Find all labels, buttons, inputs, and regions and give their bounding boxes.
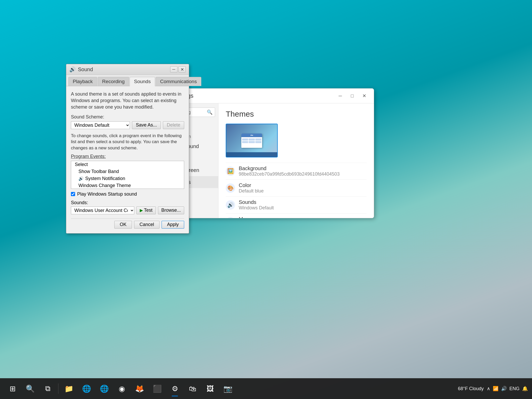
sound-dialog-close[interactable]: ✕ — [178, 66, 186, 72]
sounds-select[interactable]: Windows User Account Control... — [71, 207, 134, 214]
sound-dialog-title: 🔊 Sound — [69, 66, 93, 72]
theme-preview-grid — [242, 138, 261, 143]
settings-win-controls: ─ □ ✕ — [334, 91, 370, 101]
sound-dialog: 🔊 Sound ─ ✕ Playback Recording Sounds Co… — [66, 64, 189, 234]
sound-dialog-titlebar: 🔊 Sound ─ ✕ — [66, 64, 189, 75]
play-startup-row: Play Windows Startup sound — [71, 191, 184, 197]
color-value: Default blue — [239, 188, 367, 194]
taskbar-edge[interactable]: 🌐 — [78, 380, 95, 397]
tab-communications[interactable]: Communications — [156, 77, 201, 86]
taskbar-camera[interactable]: 📷 — [220, 380, 236, 397]
mouse-cursor-text: Mouse cursor Windows Aero — [239, 216, 367, 218]
sound-description: A sound theme is a set of sounds applied… — [71, 91, 184, 111]
sounds-section-label: Sounds: — [71, 200, 184, 205]
taskbar: ⊞ 🔍 ⧉ 📁 🌐 🌐 ◉ 🦊 ⬛ ⚙ 🛍 🖼 📷 68°F Cloudy ∧ … — [0, 378, 532, 399]
sounds-value: Windows Default — [239, 205, 367, 211]
event-select[interactable]: Select — [71, 161, 184, 168]
ok-button[interactable]: OK — [114, 221, 132, 229]
settings-maximize[interactable]: □ — [346, 91, 358, 101]
mouse-cursor-label: Mouse cursor — [239, 216, 367, 218]
tab-recording[interactable]: Recording — [98, 77, 129, 86]
sound-title-text: Sound — [78, 66, 93, 72]
save-as-button[interactable]: Save As... — [132, 121, 161, 129]
taskbar-sys-icons: ∧ 📶 🔊 ENG 🔔 — [487, 386, 528, 391]
sound-dialog-minimize[interactable]: ─ — [170, 66, 177, 72]
event-label-select: Select — [75, 162, 88, 167]
mouse-cursor-icon: ↖ — [226, 217, 235, 218]
taskbar-terminal[interactable]: ⬛ — [149, 380, 165, 397]
sounds-label: Sounds — [239, 199, 367, 205]
grid-cell-4 — [242, 141, 248, 143]
theme-preview-win-title: Aa — [241, 134, 262, 137]
taskbar-settings[interactable]: ⚙ — [167, 380, 183, 397]
background-text: Background 98be832ceb70a99fd5cdb693b2496… — [239, 165, 367, 177]
taskbar-chrome[interactable]: ◉ — [114, 380, 130, 397]
event-label-sys-notification: System Notification — [85, 176, 125, 181]
sound-scheme-select[interactable]: Windows Default — [71, 121, 130, 129]
tab-sounds[interactable]: Sounds — [130, 77, 155, 86]
delete-button[interactable]: Delete — [163, 121, 184, 129]
color-text: Color Default blue — [239, 182, 367, 194]
tray-lang[interactable]: ENG — [509, 386, 520, 391]
taskbar-file-explorer[interactable]: 📁 — [61, 380, 77, 397]
grid-cell-5 — [249, 141, 255, 143]
settings-minimize[interactable]: ─ — [334, 91, 346, 101]
cancel-button[interactable]: Cancel — [134, 221, 159, 229]
customize-sounds[interactable]: 🔊 Sounds Windows Default — [226, 196, 367, 213]
sound-hint: To change sounds, click a program event … — [71, 133, 184, 151]
apply-button[interactable]: Apply — [162, 221, 184, 229]
test-label: Test — [144, 208, 152, 213]
tray-network[interactable]: 📶 — [493, 386, 498, 391]
background-customize-icon: 🖼️ — [226, 167, 235, 176]
sound-scheme-select-wrapper: Windows Default — [71, 121, 130, 129]
tray-chevron[interactable]: ∧ — [487, 386, 490, 391]
event-label-show-toolbar: Show Toolbar Band — [78, 169, 119, 174]
taskbar-store[interactable]: 🛍 — [184, 380, 201, 397]
tray-notification[interactable]: 🔔 — [522, 386, 528, 391]
search-icon: 🔍 — [207, 109, 212, 115]
taskbar-separator-1 — [58, 383, 58, 394]
tray-weather[interactable]: 68°F Cloudy — [458, 386, 484, 391]
tray-volume[interactable]: 🔊 — [501, 386, 507, 391]
sound-dialog-content: A sound theme is a set of sounds applied… — [66, 86, 189, 233]
sound-scheme-label: Sound Scheme: — [71, 114, 184, 120]
grid-cell-3 — [255, 138, 261, 141]
tab-playback[interactable]: Playback — [68, 77, 97, 86]
event-system-notification[interactable]: 🔊 System Notification — [71, 175, 184, 182]
event-windows-change-theme[interactable]: Windows Change Theme — [71, 182, 184, 189]
taskbar-firefox[interactable]: 🦊 — [131, 380, 148, 397]
customize-mouse-cursor[interactable]: ↖ Mouse cursor Windows Aero — [226, 213, 367, 218]
customize-color[interactable]: 🎨 Color Default blue — [226, 179, 367, 196]
grid-cell-2 — [249, 138, 255, 141]
color-customize-icon: 🎨 — [226, 183, 235, 193]
theme-preview-inner: Aa — [226, 124, 277, 157]
taskbar-photos[interactable]: 🖼 — [202, 380, 218, 397]
play-icon: ▶ — [140, 208, 143, 213]
taskbar-start-button[interactable]: ⊞ — [4, 380, 21, 397]
taskbar-task-view[interactable]: ⧉ — [39, 380, 56, 397]
background-label: Background — [239, 165, 367, 171]
taskbar-search[interactable]: 🔍 — [22, 380, 38, 397]
sounds-customize-icon: 🔊 — [226, 200, 235, 210]
taskbar-tray: 68°F Cloudy ∧ 📶 🔊 ENG 🔔 — [458, 386, 528, 391]
theme-preview[interactable]: Aa — [226, 124, 278, 157]
program-events-list[interactable]: Select Show Toolbar Band 🔊 System Notifi… — [71, 161, 184, 189]
customize-background[interactable]: 🖼️ Background 98be832ceb70a99fd5cdb693b2… — [226, 163, 367, 179]
theme-preview-taskbar — [226, 152, 277, 157]
color-label: Color — [239, 182, 367, 188]
sound-dialog-controls: ─ ✕ — [170, 66, 186, 72]
settings-close[interactable]: ✕ — [358, 91, 370, 101]
sounds-text: Sounds Windows Default — [239, 199, 367, 211]
play-startup-checkbox[interactable] — [71, 192, 75, 196]
taskbar-ie[interactable]: 🌐 — [96, 380, 112, 397]
theme-preview-win-body — [241, 137, 262, 148]
event-show-toolbar[interactable]: Show Toolbar Band — [71, 168, 184, 175]
desktop: 🔊 Sound ─ ✕ Playback Recording Sounds Co… — [0, 0, 532, 378]
program-events-label: Program Events: — [71, 154, 184, 159]
background-value: 98be832ceb70a99fd5cdb693b249610fd4404503 — [239, 171, 367, 177]
page-title: Themes — [226, 110, 367, 118]
browse-button[interactable]: Browse... — [158, 207, 184, 214]
event-icon-sys-notification: 🔊 — [78, 176, 84, 181]
play-startup-label[interactable]: Play Windows Startup sound — [77, 191, 137, 197]
test-button[interactable]: ▶ Test — [136, 207, 156, 214]
